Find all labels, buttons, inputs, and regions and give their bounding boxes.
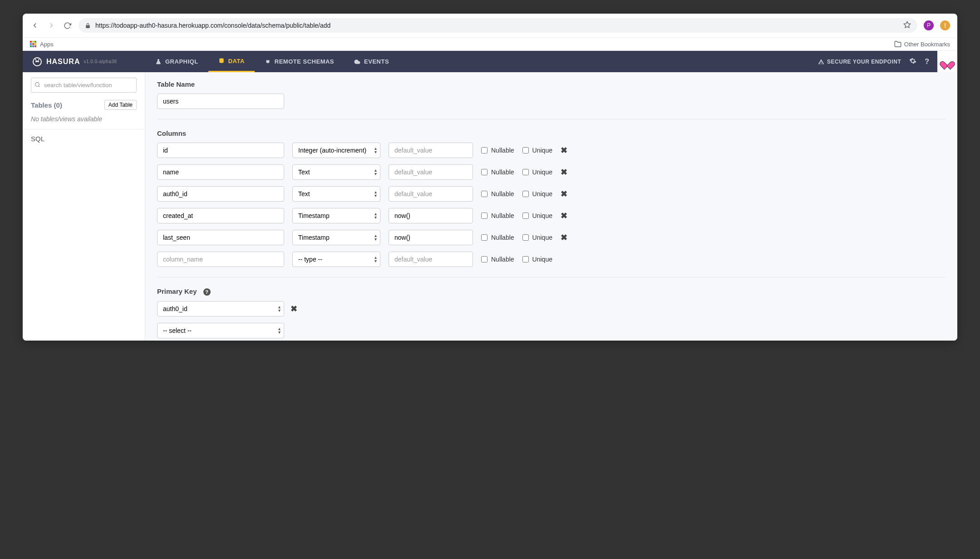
nullable-label: Nullable — [491, 168, 514, 176]
database-icon — [218, 58, 225, 64]
column-type-select[interactable]: Text — [292, 164, 380, 180]
url-bar[interactable]: https://todoapp-auth0-hasura.herokuapp.c… — [79, 18, 917, 33]
warning-icon — [818, 59, 824, 65]
nullable-label: Nullable — [491, 256, 514, 263]
tab-remote-schemas-label: REMOTE SCHEMAS — [275, 58, 334, 65]
gear-icon[interactable] — [909, 57, 916, 66]
svg-point-1 — [33, 58, 41, 66]
apps-link[interactable]: Apps — [30, 41, 54, 48]
column-name-input[interactable] — [157, 143, 284, 158]
plug-icon — [265, 59, 271, 65]
column-name-input[interactable] — [157, 164, 284, 180]
warning-badge[interactable]: ! — [940, 20, 950, 30]
bookmarks-bar: Apps Other Bookmarks — [23, 38, 957, 51]
table-name-input[interactable] — [157, 94, 284, 109]
column-row: Integer (auto-increment) ▴▾ Nullable Uni… — [157, 143, 946, 158]
sidebar: Tables (0) Add Table No tables/views ava… — [23, 72, 145, 341]
column-type-select[interactable]: Text — [292, 186, 380, 202]
heart-icon — [943, 58, 952, 66]
help-icon[interactable]: ? — [925, 58, 929, 66]
forward-button[interactable] — [46, 20, 56, 30]
other-bookmarks-label: Other Bookmarks — [904, 41, 950, 48]
unique-checkbox[interactable] — [522, 213, 529, 219]
unique-checkbox[interactable] — [522, 256, 529, 262]
other-bookmarks[interactable]: Other Bookmarks — [894, 40, 950, 48]
add-table-button[interactable]: Add Table — [104, 100, 137, 110]
unique-checkbox[interactable] — [522, 147, 529, 153]
column-default-input[interactable] — [389, 208, 473, 223]
tables-heading: Tables (0) — [31, 101, 62, 109]
profile-avatar[interactable]: P — [924, 20, 934, 30]
svg-point-2 — [36, 61, 37, 62]
main-content: Table Name Columns Integer (auto-increme… — [145, 72, 957, 341]
unique-label: Unique — [532, 168, 552, 176]
tab-data-label: DATA — [228, 58, 245, 64]
column-name-input[interactable] — [157, 208, 284, 223]
sql-link[interactable]: SQL — [23, 129, 145, 148]
nullable-checkbox[interactable] — [481, 213, 488, 219]
no-tables-message: No tables/views available — [23, 113, 145, 129]
primary-key-select[interactable]: auth0_id — [157, 301, 284, 317]
remove-column-button[interactable]: ✖ — [561, 233, 567, 242]
unique-checkbox[interactable] — [522, 234, 529, 241]
lock-icon — [85, 23, 91, 29]
brand-text: HASURA — [46, 58, 80, 66]
column-default-input[interactable] — [389, 143, 473, 158]
remove-column-button[interactable]: ✖ — [561, 211, 567, 221]
tab-data[interactable]: DATA — [208, 51, 255, 72]
remove-column-button[interactable]: ✖ — [561, 167, 567, 177]
unique-label: Unique — [532, 234, 552, 241]
nullable-checkbox[interactable] — [481, 234, 488, 241]
search-icon — [34, 82, 40, 89]
unique-label: Unique — [532, 147, 552, 154]
help-icon[interactable]: ? — [203, 288, 211, 296]
browser-toolbar: https://todoapp-auth0-hasura.herokuapp.c… — [23, 14, 957, 38]
nullable-checkbox[interactable] — [481, 169, 488, 175]
search-input[interactable] — [31, 78, 137, 93]
tab-remote-schemas[interactable]: REMOTE SCHEMAS — [255, 51, 344, 72]
column-type-select[interactable]: Integer (auto-increment) — [292, 143, 380, 158]
folder-icon — [894, 40, 901, 48]
unique-checkbox[interactable] — [522, 169, 529, 175]
column-row: Text ▴▾ Nullable Unique ✖ — [157, 186, 946, 202]
svg-point-5 — [35, 82, 39, 86]
svg-point-3 — [38, 61, 39, 62]
column-name-input[interactable] — [157, 186, 284, 202]
remove-column-button[interactable]: ✖ — [561, 145, 567, 155]
tab-events-label: EVENTS — [364, 58, 389, 65]
column-name-input[interactable] — [157, 230, 284, 245]
column-type-select[interactable]: Timestamp — [292, 208, 380, 223]
tab-events[interactable]: EVENTS — [344, 51, 399, 72]
nullable-checkbox[interactable] — [481, 256, 488, 262]
nullable-label: Nullable — [491, 212, 514, 219]
reload-button[interactable] — [63, 21, 72, 30]
column-name-input[interactable] — [157, 252, 284, 267]
column-default-input[interactable] — [389, 252, 473, 267]
nullable-checkbox[interactable] — [481, 191, 488, 197]
nullable-checkbox[interactable] — [481, 147, 488, 153]
apps-label: Apps — [40, 41, 54, 48]
column-default-input[interactable] — [389, 186, 473, 202]
heart-button[interactable] — [937, 51, 957, 72]
secure-endpoint-link[interactable]: SECURE YOUR ENDPOINT — [818, 59, 901, 65]
unique-label: Unique — [532, 256, 552, 263]
top-nav: HASURA v1.0.0-alpha38 GRAPHIQL DATA REMO… — [23, 51, 957, 72]
column-default-input[interactable] — [389, 230, 473, 245]
column-default-input[interactable] — [389, 164, 473, 180]
column-row: Timestamp ▴▾ Nullable Unique ✖ — [157, 208, 946, 223]
hasura-logo[interactable]: HASURA v1.0.0-alpha38 — [23, 56, 145, 67]
star-icon[interactable] — [903, 21, 911, 30]
column-type-select[interactable]: Timestamp — [292, 230, 380, 245]
nullable-label: Nullable — [491, 147, 514, 154]
unique-label: Unique — [532, 190, 552, 198]
back-button[interactable] — [30, 20, 40, 30]
remove-column-button[interactable]: ✖ — [561, 189, 567, 199]
primary-key-select-empty[interactable]: -- select -- — [157, 323, 284, 338]
apps-grid-icon — [30, 41, 36, 47]
column-type-select[interactable]: -- type -- — [292, 252, 380, 267]
table-name-label: Table Name — [157, 80, 946, 88]
remove-pk-button[interactable]: ✖ — [291, 304, 297, 314]
unique-checkbox[interactable] — [522, 191, 529, 197]
nullable-label: Nullable — [491, 234, 514, 241]
tab-graphiql[interactable]: GRAPHIQL — [145, 51, 208, 72]
